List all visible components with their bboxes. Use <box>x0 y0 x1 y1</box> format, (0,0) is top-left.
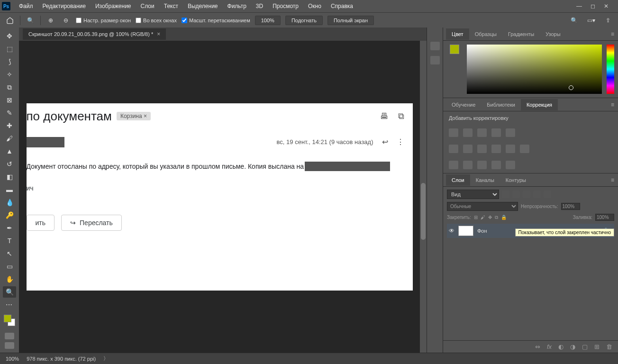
adj-color-lookup-icon[interactable] <box>506 145 515 153</box>
healing-tool[interactable]: ✚ <box>3 120 16 131</box>
adj-channel-mixer-icon[interactable] <box>491 145 501 153</box>
tab-libraries[interactable]: Библиотеки <box>481 99 521 110</box>
delete-layer-icon[interactable]: 🗑 <box>606 343 612 350</box>
color-panel-menu-icon[interactable]: ≡ <box>607 31 618 37</box>
color-picker-field[interactable] <box>467 45 602 94</box>
minimize-icon[interactable]: — <box>576 3 582 9</box>
layers-panel-menu-icon[interactable]: ≡ <box>607 177 618 183</box>
share-icon[interactable]: ⇪ <box>603 15 613 26</box>
search-icon[interactable]: 🔍 <box>569 15 579 26</box>
all-windows-checkbox[interactable]: Во всех окнах <box>136 18 177 23</box>
dodge-tool[interactable]: 🔑 <box>3 209 16 221</box>
pen-tool[interactable]: ✒ <box>3 222 16 234</box>
layer-thumbnail[interactable] <box>458 226 473 236</box>
shape-tool[interactable]: ▭ <box>3 261 16 272</box>
lock-transparency-icon[interactable]: ⊞ <box>474 215 478 220</box>
tab-paths[interactable]: Контуры <box>500 174 532 186</box>
filter-shape-icon[interactable] <box>533 191 541 198</box>
color-swatch[interactable] <box>4 315 15 326</box>
menu-filter[interactable]: Фильтр <box>223 1 251 11</box>
menu-image[interactable]: Изображение <box>91 1 136 11</box>
adj-vibrance-icon[interactable] <box>506 128 515 137</box>
link-layers-icon[interactable]: ⇔ <box>535 343 540 350</box>
scrollbar-thumb[interactable] <box>421 183 426 240</box>
adj-invert-icon[interactable] <box>520 145 529 153</box>
edit-toolbar[interactable]: ⋯ <box>3 299 16 310</box>
more-icon[interactable]: ⋮ <box>397 137 404 146</box>
menu-view[interactable]: Просмотр <box>268 1 303 11</box>
crop-tool[interactable]: ⧉ <box>3 82 16 93</box>
menu-text[interactable]: Текст <box>159 1 183 11</box>
lock-pixels-icon[interactable]: 🖌 <box>481 215 485 220</box>
tab-swatches[interactable]: Образцы <box>469 28 502 40</box>
zoom-in-icon[interactable]: ⊕ <box>45 15 56 26</box>
fill-input[interactable] <box>595 214 614 221</box>
gradient-tool[interactable]: ▬ <box>3 184 16 195</box>
menu-file[interactable]: Файл <box>14 1 38 11</box>
stamp-tool[interactable]: ▲ <box>3 146 16 157</box>
menu-help[interactable]: Справка <box>326 1 358 11</box>
layer-mask-icon[interactable]: ◐ <box>558 343 563 350</box>
adj-brightness-icon[interactable] <box>449 128 458 137</box>
adj-photo-filter-icon[interactable] <box>477 145 487 153</box>
dock-icon-2[interactable] <box>430 56 440 64</box>
maximize-icon[interactable]: ◻ <box>591 3 595 9</box>
status-zoom[interactable]: 100% <box>6 356 19 362</box>
fullscreen-button[interactable]: Полный экран <box>327 16 374 25</box>
opacity-input[interactable] <box>561 203 580 210</box>
filter-smart-icon[interactable] <box>544 191 551 198</box>
tab-gradients[interactable]: Градиенты <box>502 28 540 40</box>
zoom-percent-button[interactable]: 100% <box>255 16 281 25</box>
home-icon[interactable] <box>5 15 15 26</box>
frame-tool[interactable]: ⊠ <box>3 94 16 106</box>
reply-icon[interactable]: ↩ <box>382 137 388 146</box>
tab-layers[interactable]: Слои <box>446 174 470 186</box>
brush-tool[interactable]: 🖌 <box>3 133 16 144</box>
adj-posterize-icon[interactable] <box>449 161 458 169</box>
status-dimensions[interactable]: 978 пикс. x 390 пикс. (72 ppi) <box>27 356 96 362</box>
path-select-tool[interactable]: ↖ <box>3 248 16 259</box>
new-layer-icon[interactable]: ⊞ <box>594 343 600 350</box>
fit-button[interactable]: Подогнать <box>285 16 323 25</box>
color-mini-swatch[interactable] <box>447 45 462 94</box>
reply-button[interactable]: ить <box>27 215 55 231</box>
menu-select[interactable]: Выделение <box>183 1 223 11</box>
fg-swatch[interactable] <box>450 45 459 54</box>
blend-mode-dropdown[interactable]: Обычные <box>447 202 518 211</box>
status-arrow-icon[interactable]: 〉 <box>103 355 109 362</box>
filter-type-icon[interactable] <box>523 191 530 198</box>
print-icon[interactable]: 🖶 <box>380 111 389 121</box>
menu-layers[interactable]: Слои <box>136 1 159 11</box>
close-icon[interactable]: ✕ <box>604 3 609 9</box>
eraser-tool[interactable]: ◧ <box>3 171 16 182</box>
filter-pixel-icon[interactable] <box>502 191 509 198</box>
adj-curves-icon[interactable] <box>477 128 487 137</box>
filter-adj-icon[interactable] <box>512 191 520 198</box>
tab-close-icon[interactable]: × <box>157 31 160 37</box>
hand-tool[interactable]: ✋ <box>3 273 16 285</box>
open-external-icon[interactable]: ⧉ <box>398 111 404 121</box>
adj-threshold-icon[interactable] <box>463 161 473 169</box>
canvas-viewport[interactable]: по документам Корзина × 🖶 ⧉ вс, 19 сент.… <box>19 41 420 353</box>
tab-learn[interactable]: Обучение <box>446 99 481 110</box>
zoom-out-icon[interactable]: ⊖ <box>61 15 71 26</box>
layer-visibility-icon[interactable]: 👁 <box>449 228 454 234</box>
vertical-scrollbar[interactable] <box>420 41 427 353</box>
resize-windows-checkbox[interactable]: Настр. размер окон <box>76 18 131 23</box>
tab-adjustments[interactable]: Коррекция <box>521 99 558 110</box>
marquee-tool[interactable]: ⬚ <box>3 43 16 55</box>
adj-more-icon[interactable] <box>506 161 515 169</box>
tab-patterns[interactable]: Узоры <box>540 28 566 40</box>
document-tab[interactable]: Скриншот 20.09.21_00.05.39.png @ 100% (R… <box>23 28 166 40</box>
zoom-tool[interactable]: 🔍 <box>3 286 16 298</box>
layer-fx-icon[interactable]: fx <box>547 343 552 350</box>
foreground-color[interactable] <box>4 315 11 322</box>
adj-bw-icon[interactable] <box>463 145 473 153</box>
eyedropper-tool[interactable]: ✎ <box>3 107 16 118</box>
menu-window[interactable]: Окно <box>303 1 326 11</box>
menu-3d[interactable]: 3D <box>251 1 268 11</box>
adj-levels-icon[interactable] <box>463 128 473 137</box>
workspace-icon[interactable]: ▭▾ <box>586 15 596 26</box>
quickmask-icon[interactable] <box>5 333 14 339</box>
adj-selective-icon[interactable] <box>491 161 501 169</box>
